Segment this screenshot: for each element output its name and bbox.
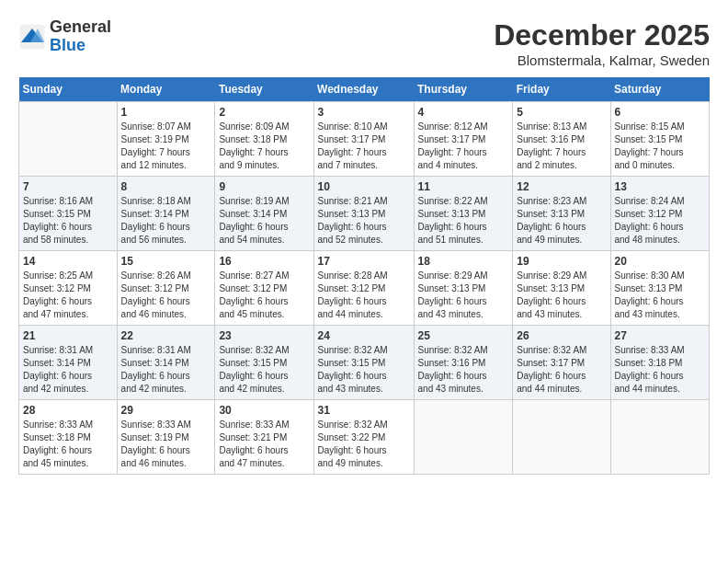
calendar-cell: 25Sunrise: 8:32 AM Sunset: 3:16 PM Dayli… bbox=[414, 326, 513, 400]
calendar-cell: 26Sunrise: 8:32 AM Sunset: 3:17 PM Dayli… bbox=[513, 326, 610, 400]
calendar-cell: 1Sunrise: 8:07 AM Sunset: 3:19 PM Daylig… bbox=[117, 102, 215, 177]
day-number: 25 bbox=[418, 329, 509, 342]
day-info: Sunrise: 8:33 AM Sunset: 3:19 PM Dayligh… bbox=[121, 419, 211, 470]
calendar-cell: 22Sunrise: 8:31 AM Sunset: 3:14 PM Dayli… bbox=[117, 326, 215, 400]
day-info: Sunrise: 8:23 AM Sunset: 3:13 PM Dayligh… bbox=[517, 195, 606, 247]
calendar-cell: 13Sunrise: 8:24 AM Sunset: 3:12 PM Dayli… bbox=[610, 177, 710, 251]
calendar-week-row: 14Sunrise: 8:25 AM Sunset: 3:12 PM Dayli… bbox=[19, 251, 710, 326]
day-number: 4 bbox=[418, 106, 509, 119]
day-number: 12 bbox=[517, 180, 606, 193]
day-info: Sunrise: 8:24 AM Sunset: 3:12 PM Dayligh… bbox=[615, 195, 706, 247]
logo-blue-text: Blue bbox=[50, 37, 111, 55]
logo-general-text: General bbox=[50, 18, 111, 37]
day-number: 11 bbox=[418, 180, 509, 193]
day-number: 14 bbox=[23, 255, 113, 268]
day-number: 18 bbox=[418, 255, 509, 268]
day-number: 19 bbox=[517, 255, 606, 268]
day-info: Sunrise: 8:16 AM Sunset: 3:15 PM Dayligh… bbox=[23, 195, 113, 247]
day-number: 9 bbox=[219, 180, 309, 193]
logo-icon bbox=[18, 23, 46, 51]
calendar-cell: 9Sunrise: 8:19 AM Sunset: 3:14 PM Daylig… bbox=[215, 177, 313, 251]
day-number: 7 bbox=[23, 180, 113, 193]
calendar-cell: 27Sunrise: 8:33 AM Sunset: 3:18 PM Dayli… bbox=[610, 326, 710, 400]
calendar-cell: 10Sunrise: 8:21 AM Sunset: 3:13 PM Dayli… bbox=[313, 177, 414, 251]
weekday-header-thursday: Thursday bbox=[414, 77, 513, 102]
logo-text: General Blue bbox=[50, 18, 111, 55]
day-number: 20 bbox=[615, 255, 706, 268]
day-number: 3 bbox=[318, 106, 410, 119]
calendar-cell: 19Sunrise: 8:29 AM Sunset: 3:13 PM Dayli… bbox=[513, 251, 610, 326]
day-number: 21 bbox=[23, 329, 113, 342]
calendar-week-row: 28Sunrise: 8:33 AM Sunset: 3:18 PM Dayli… bbox=[19, 400, 710, 475]
day-number: 24 bbox=[318, 329, 410, 342]
calendar-week-row: 21Sunrise: 8:31 AM Sunset: 3:14 PM Dayli… bbox=[19, 326, 710, 400]
day-number: 30 bbox=[219, 404, 309, 417]
day-info: Sunrise: 8:32 AM Sunset: 3:22 PM Dayligh… bbox=[318, 419, 410, 470]
title-block: December 2025 Blomstermala, Kalmar, Swed… bbox=[494, 18, 710, 68]
calendar-cell: 3Sunrise: 8:10 AM Sunset: 3:17 PM Daylig… bbox=[313, 102, 414, 177]
day-number: 31 bbox=[318, 404, 410, 417]
weekday-header-wednesday: Wednesday bbox=[313, 77, 414, 102]
calendar-cell: 7Sunrise: 8:16 AM Sunset: 3:15 PM Daylig… bbox=[19, 177, 118, 251]
day-number: 28 bbox=[23, 404, 113, 417]
day-info: Sunrise: 8:13 AM Sunset: 3:16 PM Dayligh… bbox=[517, 121, 606, 172]
day-number: 27 bbox=[615, 329, 706, 342]
calendar-cell bbox=[414, 400, 513, 475]
calendar-cell bbox=[19, 102, 118, 177]
calendar-cell: 2Sunrise: 8:09 AM Sunset: 3:18 PM Daylig… bbox=[215, 102, 313, 177]
day-info: Sunrise: 8:07 AM Sunset: 3:19 PM Dayligh… bbox=[121, 121, 211, 172]
calendar-cell: 15Sunrise: 8:26 AM Sunset: 3:12 PM Dayli… bbox=[117, 251, 215, 326]
weekday-header-monday: Monday bbox=[117, 77, 215, 102]
calendar-cell: 28Sunrise: 8:33 AM Sunset: 3:18 PM Dayli… bbox=[19, 400, 118, 475]
day-info: Sunrise: 8:32 AM Sunset: 3:17 PM Dayligh… bbox=[517, 344, 606, 396]
day-info: Sunrise: 8:19 AM Sunset: 3:14 PM Dayligh… bbox=[219, 195, 309, 247]
page-header: General Blue December 2025 Blomstermala,… bbox=[18, 18, 710, 68]
day-info: Sunrise: 8:29 AM Sunset: 3:13 PM Dayligh… bbox=[418, 270, 509, 321]
calendar-cell: 20Sunrise: 8:30 AM Sunset: 3:13 PM Dayli… bbox=[610, 251, 710, 326]
day-number: 29 bbox=[121, 404, 211, 417]
day-info: Sunrise: 8:18 AM Sunset: 3:14 PM Dayligh… bbox=[121, 195, 211, 247]
calendar-cell: 11Sunrise: 8:22 AM Sunset: 3:13 PM Dayli… bbox=[414, 177, 513, 251]
weekday-header-tuesday: Tuesday bbox=[215, 77, 313, 102]
calendar-table: SundayMondayTuesdayWednesdayThursdayFrid… bbox=[18, 77, 710, 475]
calendar-cell: 16Sunrise: 8:27 AM Sunset: 3:12 PM Dayli… bbox=[215, 251, 313, 326]
day-info: Sunrise: 8:10 AM Sunset: 3:17 PM Dayligh… bbox=[318, 121, 410, 172]
day-number: 17 bbox=[318, 255, 410, 268]
day-info: Sunrise: 8:15 AM Sunset: 3:15 PM Dayligh… bbox=[615, 121, 706, 172]
day-number: 26 bbox=[517, 329, 606, 342]
calendar-cell: 29Sunrise: 8:33 AM Sunset: 3:19 PM Dayli… bbox=[117, 400, 215, 475]
day-info: Sunrise: 8:29 AM Sunset: 3:13 PM Dayligh… bbox=[517, 270, 606, 321]
day-info: Sunrise: 8:33 AM Sunset: 3:18 PM Dayligh… bbox=[615, 344, 706, 396]
day-info: Sunrise: 8:09 AM Sunset: 3:18 PM Dayligh… bbox=[219, 121, 309, 172]
calendar-cell: 14Sunrise: 8:25 AM Sunset: 3:12 PM Dayli… bbox=[19, 251, 118, 326]
day-info: Sunrise: 8:31 AM Sunset: 3:14 PM Dayligh… bbox=[23, 344, 113, 396]
calendar-week-row: 1Sunrise: 8:07 AM Sunset: 3:19 PM Daylig… bbox=[19, 102, 710, 177]
calendar-cell: 21Sunrise: 8:31 AM Sunset: 3:14 PM Dayli… bbox=[19, 326, 118, 400]
weekday-header-sunday: Sunday bbox=[19, 77, 118, 102]
calendar-cell: 18Sunrise: 8:29 AM Sunset: 3:13 PM Dayli… bbox=[414, 251, 513, 326]
day-number: 6 bbox=[615, 106, 706, 119]
day-number: 23 bbox=[219, 329, 309, 342]
day-number: 5 bbox=[517, 106, 606, 119]
logo: General Blue bbox=[18, 18, 111, 55]
weekday-header-saturday: Saturday bbox=[610, 77, 710, 102]
day-info: Sunrise: 8:12 AM Sunset: 3:17 PM Dayligh… bbox=[418, 121, 509, 172]
month-title: December 2025 bbox=[494, 18, 710, 52]
day-info: Sunrise: 8:26 AM Sunset: 3:12 PM Dayligh… bbox=[121, 270, 211, 321]
day-number: 15 bbox=[121, 255, 211, 268]
calendar-cell: 5Sunrise: 8:13 AM Sunset: 3:16 PM Daylig… bbox=[513, 102, 610, 177]
day-info: Sunrise: 8:33 AM Sunset: 3:21 PM Dayligh… bbox=[219, 419, 309, 470]
calendar-cell: 4Sunrise: 8:12 AM Sunset: 3:17 PM Daylig… bbox=[414, 102, 513, 177]
calendar-cell bbox=[513, 400, 610, 475]
calendar-header-row: SundayMondayTuesdayWednesdayThursdayFrid… bbox=[19, 77, 710, 102]
day-number: 8 bbox=[121, 180, 211, 193]
day-number: 2 bbox=[219, 106, 309, 119]
day-info: Sunrise: 8:32 AM Sunset: 3:15 PM Dayligh… bbox=[318, 344, 410, 396]
calendar-cell: 17Sunrise: 8:28 AM Sunset: 3:12 PM Dayli… bbox=[313, 251, 414, 326]
calendar-cell: 6Sunrise: 8:15 AM Sunset: 3:15 PM Daylig… bbox=[610, 102, 710, 177]
day-info: Sunrise: 8:33 AM Sunset: 3:18 PM Dayligh… bbox=[23, 419, 113, 470]
day-info: Sunrise: 8:32 AM Sunset: 3:15 PM Dayligh… bbox=[219, 344, 309, 396]
calendar-cell: 31Sunrise: 8:32 AM Sunset: 3:22 PM Dayli… bbox=[313, 400, 414, 475]
day-number: 16 bbox=[219, 255, 309, 268]
calendar-cell: 24Sunrise: 8:32 AM Sunset: 3:15 PM Dayli… bbox=[313, 326, 414, 400]
